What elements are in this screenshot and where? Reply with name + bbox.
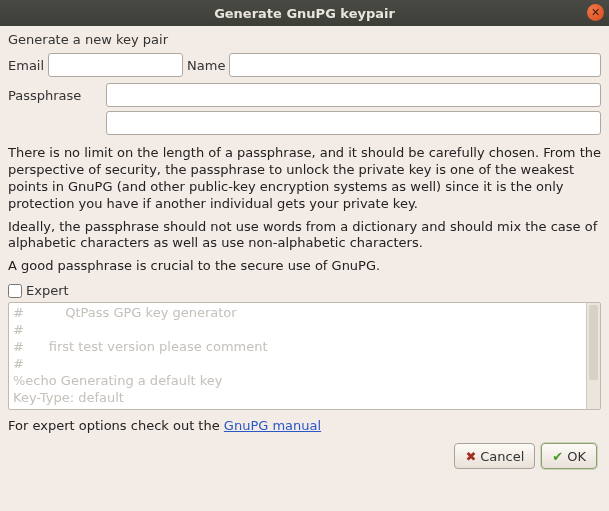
scrollbar[interactable]: [586, 303, 600, 409]
ok-label: OK: [567, 449, 586, 464]
expert-label: Expert: [26, 283, 69, 298]
info-paragraph-2: Ideally, the passphrase should not use w…: [8, 219, 601, 253]
button-row: ✖ Cancel ✔ OK: [8, 443, 601, 469]
cancel-button[interactable]: ✖ Cancel: [454, 443, 535, 469]
scroll-thumb[interactable]: [589, 305, 598, 380]
ok-button[interactable]: ✔ OK: [541, 443, 597, 469]
confirm-passphrase-field[interactable]: [106, 111, 601, 135]
passphrase-field[interactable]: [106, 83, 601, 107]
cancel-icon: ✖: [465, 449, 476, 464]
close-icon[interactable]: ✕: [587, 4, 604, 21]
name-label: Name: [187, 58, 225, 73]
info-paragraph-1: There is no limit on the length of a pas…: [8, 145, 601, 213]
titlebar: Generate GnuPG keypair ✕: [0, 0, 609, 26]
email-name-row: Email Name: [8, 53, 601, 77]
info-paragraph-3: A good passphrase is crucial to the secu…: [8, 258, 601, 275]
ok-icon: ✔: [552, 449, 563, 464]
footer-text: For expert options check out the GnuPG m…: [8, 418, 601, 433]
page-title: Generate a new key pair: [8, 32, 601, 47]
window-title: Generate GnuPG keypair: [214, 6, 395, 21]
expert-row: Expert: [8, 283, 601, 298]
gnupg-manual-link[interactable]: GnuPG manual: [224, 418, 321, 433]
passphrase-label: Passphrase: [8, 88, 100, 103]
expert-textarea[interactable]: # QtPass GPG key generator # # first tes…: [9, 303, 586, 409]
footer-prefix: For expert options check out the: [8, 418, 224, 433]
confirm-row: [8, 111, 601, 135]
expert-checkbox[interactable]: [8, 284, 22, 298]
passphrase-row: Passphrase: [8, 83, 601, 107]
expert-textarea-wrap: # QtPass GPG key generator # # first tes…: [8, 302, 601, 410]
email-label: Email: [8, 58, 44, 73]
email-field[interactable]: [48, 53, 183, 77]
dialog-content: Generate a new key pair Email Name Passp…: [0, 26, 609, 475]
spacer: [8, 111, 106, 135]
cancel-label: Cancel: [480, 449, 524, 464]
name-field[interactable]: [229, 53, 601, 77]
